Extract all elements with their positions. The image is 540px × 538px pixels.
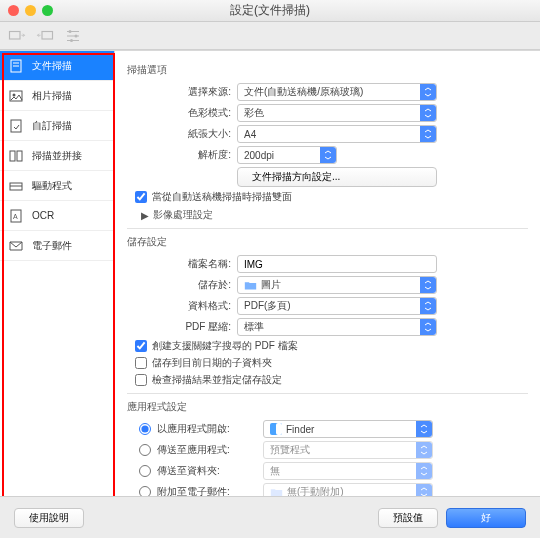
duplex-checkbox[interactable]: [135, 191, 147, 203]
attach-email-label: 附加至電子郵件:: [157, 485, 257, 496]
open-with-app-select[interactable]: Finder: [263, 420, 433, 438]
triangle-right-icon: ▶: [141, 210, 149, 221]
chevron-updown-icon: [420, 105, 436, 121]
orientation-settings-button[interactable]: 文件掃描方向設定...: [237, 167, 437, 187]
paper-label: 紙張大小:: [127, 127, 237, 141]
source-value: 文件(自動送稿機/原稿玻璃): [244, 85, 363, 99]
send-to-app-label: 傳送至應用程式:: [157, 443, 257, 457]
pdf-compression-select[interactable]: 標準: [237, 318, 437, 336]
send-to-folder-select[interactable]: 無: [263, 462, 433, 480]
driver-icon: [8, 179, 24, 193]
send-to-app-value: 預覽程式: [270, 443, 310, 457]
svg-point-4: [70, 39, 73, 42]
image-processing-label: 影像處理設定: [153, 208, 213, 222]
filename-dropdown-icon[interactable]: [439, 255, 455, 273]
searchable-pdf-label: 創建支援關鍵字搜尋的 PDF 檔案: [152, 339, 298, 353]
sidebar-item-email[interactable]: 電子郵件: [0, 231, 114, 261]
sidebar-item-label: 自訂掃描: [32, 119, 72, 133]
chevron-updown-icon: [420, 319, 436, 335]
app-settings-heading: 應用程式設定: [127, 400, 528, 414]
svg-rect-0: [10, 31, 21, 39]
send-to-folder-label: 傳送至資料夾:: [157, 464, 257, 478]
chevron-updown-icon: [416, 463, 432, 479]
divider: [127, 393, 528, 394]
chevron-updown-icon: [416, 484, 432, 496]
color-mode-select[interactable]: 彩色: [237, 104, 437, 122]
color-label: 色彩模式:: [127, 106, 237, 120]
check-results-checkbox[interactable]: [135, 374, 147, 386]
ocr-icon: A: [8, 209, 24, 223]
svg-rect-11: [10, 151, 15, 161]
toolbar: [0, 22, 540, 50]
open-with-app-label: 以應用程式開啟:: [157, 422, 257, 436]
sidebar-item-label: 文件掃描: [32, 59, 72, 73]
color-value: 彩色: [244, 106, 264, 120]
divider: [127, 228, 528, 229]
svg-rect-10: [11, 120, 21, 132]
source-label: 選擇來源:: [127, 85, 237, 99]
filename-label: 檔案名稱:: [127, 257, 237, 271]
chevron-updown-icon: [420, 277, 436, 293]
sidebar-item-label: 掃描並拼接: [32, 149, 82, 163]
attach-email-radio[interactable]: [139, 486, 151, 496]
resolution-label: 解析度:: [127, 148, 237, 162]
folder-icon: [244, 280, 257, 291]
pdf-compression-value: 標準: [244, 320, 264, 334]
date-subfolder-checkbox[interactable]: [135, 357, 147, 369]
chevron-updown-icon: [416, 442, 432, 458]
defaults-button[interactable]: 預設值: [378, 508, 438, 528]
open-with-app-radio[interactable]: [139, 423, 151, 435]
svg-text:A: A: [13, 213, 18, 220]
sidebar-item-label: 驅動程式: [32, 179, 72, 193]
data-format-select[interactable]: PDF(多頁): [237, 297, 437, 315]
sidebar-item-label: OCR: [32, 210, 54, 221]
check-results-label: 檢查掃描結果並指定儲存設定: [152, 373, 282, 387]
duplex-label: 當從自動送稿機掃描時掃描雙面: [152, 190, 292, 204]
chevron-updown-icon: [420, 126, 436, 142]
sidebar-item-document-scan[interactable]: 文件掃描: [0, 51, 114, 81]
scanner-to-computer-icon[interactable]: [8, 27, 26, 45]
paper-value: A4: [244, 129, 256, 140]
open-with-app-value: Finder: [286, 424, 314, 435]
format-value: PDF(多頁): [244, 299, 291, 313]
save-settings-heading: 儲存設定: [127, 235, 528, 249]
sidebar-item-ocr[interactable]: A OCR: [0, 201, 114, 231]
svg-point-9: [13, 93, 16, 96]
computer-to-scanner-icon[interactable]: [36, 27, 54, 45]
settings-sliders-icon[interactable]: [64, 27, 82, 45]
send-to-app-radio[interactable]: [139, 444, 151, 456]
sidebar-item-custom-scan[interactable]: 自訂掃描: [0, 111, 114, 141]
mail-icon: [8, 239, 24, 253]
titlebar: 設定(文件掃描): [0, 0, 540, 22]
help-button[interactable]: 使用說明: [14, 508, 84, 528]
source-select[interactable]: 文件(自動送稿機/原稿玻璃): [237, 83, 437, 101]
svg-point-2: [69, 30, 72, 33]
image-processing-disclosure[interactable]: ▶影像處理設定: [141, 208, 528, 222]
scan-options-heading: 掃描選項: [127, 63, 528, 77]
svg-point-3: [75, 34, 78, 37]
send-to-app-select[interactable]: 預覽程式: [263, 441, 433, 459]
sidebar-item-photo-scan[interactable]: 相片掃描: [0, 81, 114, 111]
chevron-updown-icon: [416, 421, 432, 437]
svg-rect-18: [276, 423, 282, 435]
paper-size-select[interactable]: A4: [237, 125, 437, 143]
filename-input[interactable]: [237, 255, 437, 273]
attach-email-value: 無(手動附加): [287, 485, 344, 496]
sidebar: 文件掃描 相片掃描 自訂掃描 掃描並拼接 驅動程式 A OCR: [0, 51, 115, 496]
searchable-pdf-checkbox[interactable]: [135, 340, 147, 352]
sidebar-item-label: 相片掃描: [32, 89, 72, 103]
sidebar-item-scan-stitch[interactable]: 掃描並拼接: [0, 141, 114, 171]
pdf-compression-label: PDF 壓縮:: [127, 320, 237, 334]
finder-icon: [270, 423, 282, 435]
sidebar-item-label: 電子郵件: [32, 239, 72, 253]
attach-email-select[interactable]: 無(手動附加): [263, 483, 433, 496]
save-location-select[interactable]: 圖片: [237, 276, 437, 294]
sidebar-item-driver[interactable]: 驅動程式: [0, 171, 114, 201]
custom-icon: [8, 119, 24, 133]
send-to-folder-radio[interactable]: [139, 465, 151, 477]
resolution-select[interactable]: 200dpi: [237, 146, 337, 164]
chevron-updown-icon: [420, 298, 436, 314]
folder-icon: [270, 487, 283, 497]
svg-rect-12: [17, 151, 22, 161]
ok-button[interactable]: 好: [446, 508, 526, 528]
